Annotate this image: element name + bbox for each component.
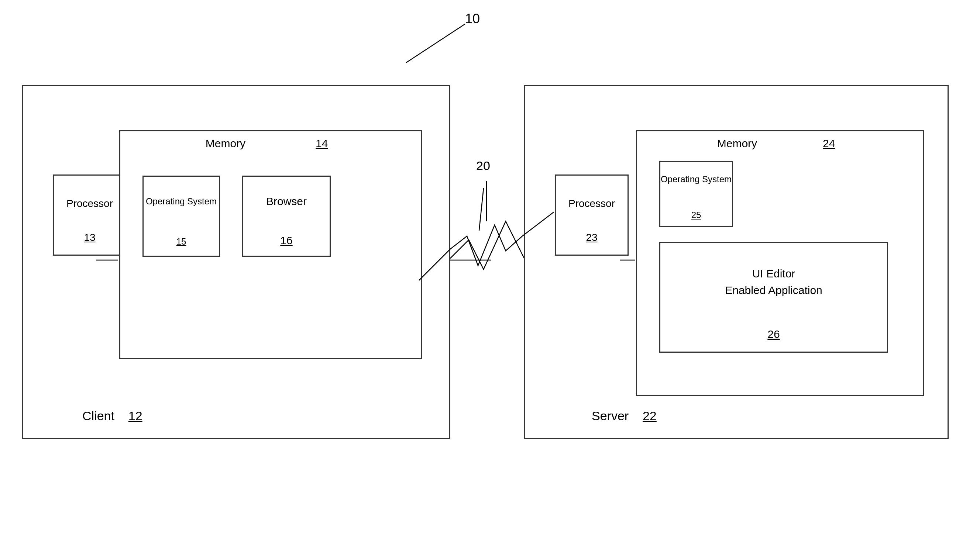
- client-processor-box: Processor 13: [53, 175, 127, 256]
- server-processor-box: Processor 23: [555, 175, 629, 256]
- client-box: Client 12 Processor 13 Memory 14 Operati…: [22, 85, 450, 439]
- svg-line-0: [406, 24, 465, 63]
- client-processor-ref: 13: [54, 232, 125, 243]
- ui-editor-ref: 26: [660, 328, 887, 340]
- server-memory-label: Memory: [637, 137, 837, 150]
- browser-ref: 16: [243, 234, 330, 247]
- ui-editor-box: UI Editor Enabled Application 26: [659, 242, 888, 353]
- client-os-ref: 15: [144, 237, 219, 247]
- ui-editor-label: UI Editor Enabled Application: [660, 265, 887, 298]
- server-os-label: Operating System: [660, 173, 732, 185]
- label-20: 20: [476, 158, 490, 173]
- client-label: Client 12: [82, 409, 142, 423]
- browser-box: Browser 16: [242, 176, 331, 257]
- server-label: Server 22: [592, 409, 657, 423]
- diagram: 10 20 Client 12 Processor 13 Memory 14: [0, 0, 973, 560]
- server-memory-ref: 24: [823, 137, 835, 150]
- server-processor-ref: 23: [556, 232, 628, 243]
- server-os-ref: 25: [660, 210, 732, 220]
- label-10: 10: [465, 11, 480, 27]
- client-os-box: Operating System 15: [142, 176, 220, 257]
- server-box: Server 22 Processor 23 Memory 24 Operati…: [524, 85, 949, 439]
- browser-label: Browser: [243, 195, 330, 208]
- client-memory-ref: 14: [315, 137, 328, 150]
- server-memory-box: Memory 24 Operating System 25 UI Editor …: [636, 130, 924, 396]
- client-os-label: Operating System: [144, 195, 219, 208]
- server-processor-label: Processor: [556, 198, 628, 210]
- server-os-box: Operating System 25: [659, 161, 733, 227]
- client-memory-label: Memory: [120, 137, 331, 150]
- client-processor-label: Processor: [54, 198, 125, 210]
- svg-line-11: [479, 188, 484, 230]
- client-memory-box: Memory 14 Operating System 15 Browser 16: [119, 130, 422, 359]
